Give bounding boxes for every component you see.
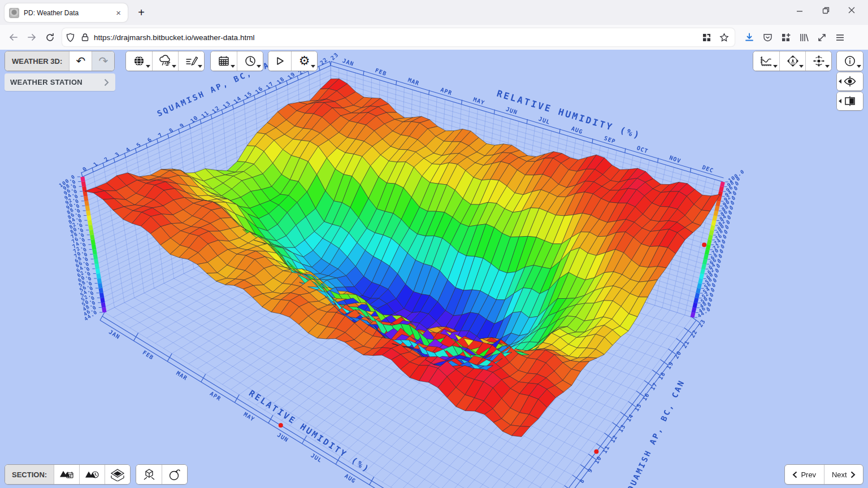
window-close-button[interactable] xyxy=(839,0,865,20)
info-button[interactable] xyxy=(837,51,863,71)
dropdown-caret xyxy=(857,65,861,68)
window-restore-button[interactable] xyxy=(813,0,839,20)
weather-cloud-icon xyxy=(159,55,172,67)
location-button[interactable] xyxy=(126,51,152,71)
dropdown-caret xyxy=(311,65,315,68)
compass-icon xyxy=(786,54,800,68)
eye-icon xyxy=(843,76,857,87)
weather-app-page: WEATHER 3D: ↶ ↷ xyxy=(0,50,868,488)
visibility-group xyxy=(836,72,863,91)
section-title: SECTION: xyxy=(5,465,54,484)
bomb-icon xyxy=(167,468,182,481)
section-toolbar-group: SECTION: xyxy=(5,464,131,485)
url-text[interactable]: https://drajmarsh.bitbucket.io/weather-d… xyxy=(94,33,702,42)
menu-icon[interactable] xyxy=(831,28,849,46)
calendar-icon xyxy=(218,55,230,67)
chart-type-button[interactable] xyxy=(753,51,779,71)
surface-calendar-icon xyxy=(59,468,74,481)
undo-icon: ↶ xyxy=(76,55,85,67)
clock-icon xyxy=(244,55,257,67)
tab-favicon xyxy=(9,8,19,18)
lock-icon[interactable] xyxy=(81,33,89,42)
toolbar-title: WEATHER 3D: xyxy=(5,51,69,71)
dropdown-caret xyxy=(231,65,235,68)
undo-button[interactable]: ↶ xyxy=(69,51,92,71)
fullscreen-icon[interactable] xyxy=(813,28,831,46)
chart-icon xyxy=(760,55,773,67)
prev-button[interactable]: Prev xyxy=(785,465,824,484)
flyout-left-icon xyxy=(839,79,841,84)
section-time-button[interactable] xyxy=(79,465,105,484)
extensions-icon[interactable] xyxy=(776,28,795,46)
tools-group xyxy=(136,464,188,485)
panel-group xyxy=(836,91,863,111)
info-group xyxy=(836,51,863,71)
cube-icon xyxy=(142,468,157,481)
redo-icon: ↷ xyxy=(98,55,108,67)
back-button[interactable] xyxy=(5,28,23,46)
time-button[interactable] xyxy=(237,51,263,71)
info-icon xyxy=(844,55,856,67)
section-calendar-button[interactable] xyxy=(54,465,79,484)
toggle-visibility-button[interactable] xyxy=(837,72,863,90)
surface-clock-icon xyxy=(85,468,99,481)
orientation-button[interactable] xyxy=(779,51,805,71)
data-toolbar-group xyxy=(125,51,205,71)
flyout-left-icon xyxy=(839,99,841,103)
new-tab-button[interactable]: + xyxy=(133,5,149,20)
weather-station-panel-toggle[interactable]: WEATHER STATION xyxy=(5,73,115,91)
reload-button[interactable] xyxy=(41,28,59,46)
dropdown-caret xyxy=(172,65,176,68)
dropdown-caret xyxy=(257,65,261,68)
play-button[interactable] xyxy=(268,51,291,71)
view-toolbar-group xyxy=(753,51,832,71)
section-plane-button[interactable] xyxy=(105,465,130,484)
downloads-icon[interactable] xyxy=(740,28,758,46)
next-label: Next xyxy=(832,470,847,479)
weather-station-label: WEATHER STATION xyxy=(10,78,103,86)
screenshot-icon[interactable] xyxy=(702,33,711,42)
dropdown-caret xyxy=(146,65,150,68)
next-button[interactable]: Next xyxy=(824,465,863,484)
window-minimize-button[interactable] xyxy=(787,0,813,20)
redo-button[interactable]: ↷ xyxy=(92,51,114,71)
cut-plane-icon xyxy=(110,468,125,481)
bookmark-star-icon[interactable] xyxy=(719,33,729,42)
main-toolbar-group: WEATHER 3D: ↶ ↷ xyxy=(5,51,115,71)
tab-title: PD: Weather Data xyxy=(24,9,114,17)
split-panel-icon xyxy=(843,95,857,107)
prev-label: Prev xyxy=(801,470,816,479)
calendar-button[interactable] xyxy=(211,51,237,71)
weather-variable-button[interactable] xyxy=(152,51,178,71)
tab-close-icon[interactable]: × xyxy=(114,8,123,18)
dropdown-caret xyxy=(198,65,202,68)
forward-button[interactable] xyxy=(23,28,41,46)
globe-icon xyxy=(133,55,145,67)
weather-3d-canvas[interactable] xyxy=(0,50,868,488)
bounding-box-button[interactable] xyxy=(136,465,162,484)
browser-tab[interactable]: PD: Weather Data × xyxy=(5,3,128,22)
pager-group: Prev Next xyxy=(784,464,863,485)
reset-button[interactable] xyxy=(162,465,187,484)
chevron-left-icon xyxy=(792,471,797,478)
navigate-button[interactable] xyxy=(805,51,831,71)
dropdown-caret xyxy=(825,65,830,68)
browser-tab-bar: PD: Weather Data × + xyxy=(0,0,868,25)
datetime-toolbar-group xyxy=(210,51,263,71)
play-icon xyxy=(274,55,285,67)
dropdown-caret xyxy=(799,65,804,68)
library-icon[interactable] xyxy=(795,28,813,46)
chevron-right-icon xyxy=(850,471,856,478)
settings-button[interactable]: ⚙ xyxy=(291,51,317,71)
playback-toolbar-group: ⚙ xyxy=(268,51,318,71)
dropdown-caret xyxy=(773,65,778,68)
gear-icon: ⚙ xyxy=(299,55,310,67)
toggle-panel-button[interactable] xyxy=(837,92,863,110)
tracking-shield-icon[interactable] xyxy=(66,33,75,42)
pan-orbit-icon xyxy=(812,54,826,68)
browser-nav-bar: https://drajmarsh.bitbucket.io/weather-d… xyxy=(0,25,868,50)
url-bar[interactable]: https://drajmarsh.bitbucket.io/weather-d… xyxy=(62,28,735,46)
pocket-icon[interactable] xyxy=(758,28,776,46)
edit-data-button[interactable] xyxy=(178,51,204,71)
edit-pencil-icon xyxy=(185,55,198,67)
